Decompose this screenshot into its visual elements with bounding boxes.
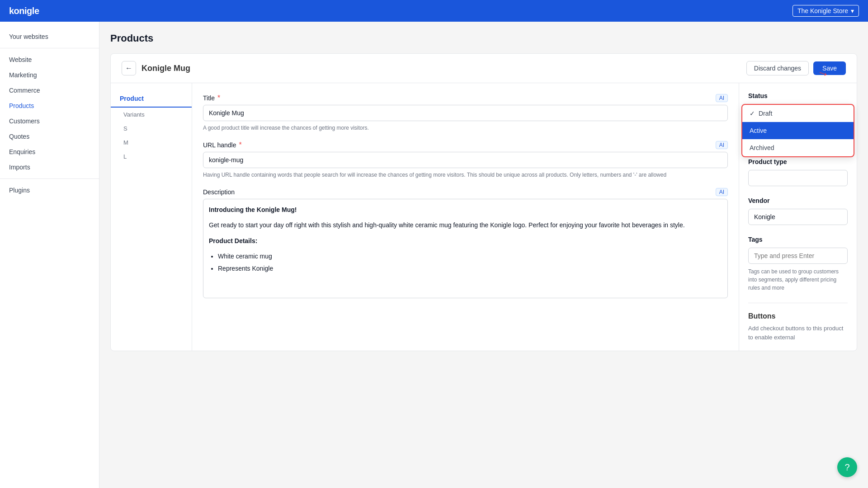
sidebar-item-products[interactable]: Products bbox=[0, 98, 99, 113]
sidebar-item-label: Marketing bbox=[9, 71, 37, 79]
back-arrow-icon: ← bbox=[125, 64, 132, 72]
product-type-section: Product type bbox=[748, 158, 848, 186]
discard-changes-button[interactable]: Discard changes bbox=[746, 61, 809, 75]
sidebar-item-label: Imports bbox=[9, 164, 30, 171]
product-editor-header: ← Konigle Mug Discard changes Save bbox=[111, 54, 857, 83]
sidebar-item-marketing[interactable]: Marketing bbox=[0, 67, 99, 83]
description-editor[interactable]: Introducing the Konigle Mug! Get ready t… bbox=[203, 199, 728, 298]
back-button[interactable]: ← bbox=[122, 61, 136, 75]
sidebar-item-label: Enquiries bbox=[9, 148, 35, 155]
description-field-group: Description AI Introducing the Konigle M… bbox=[203, 188, 728, 298]
check-icon: ✓ bbox=[750, 110, 755, 117]
vendor-section: Vendor bbox=[748, 197, 848, 225]
url-required-indicator: * bbox=[239, 141, 241, 149]
tags-hint: Tags can be used to group customers into… bbox=[748, 267, 848, 292]
status-dropdown: ✓ Draft Active Archived bbox=[741, 104, 854, 157]
title-hint: A good product title will increase the c… bbox=[203, 124, 728, 132]
chevron-down-icon: ▾ bbox=[851, 7, 854, 14]
vendor-input[interactable] bbox=[748, 209, 848, 225]
tags-input[interactable] bbox=[748, 248, 848, 264]
sidebar-item-label: Website bbox=[9, 56, 32, 63]
variant-label: M bbox=[123, 139, 128, 146]
status-option-label: Draft bbox=[759, 110, 772, 117]
main-content: Products ← Konigle Mug Discard changes S… bbox=[99, 22, 868, 488]
status-option-label: Active bbox=[750, 127, 767, 134]
url-label-text: URL handle bbox=[203, 141, 236, 149]
tags-label: Tags bbox=[748, 236, 848, 243]
store-selector[interactable]: The Konigle Store ▾ bbox=[793, 5, 859, 17]
page-title: Products bbox=[110, 33, 857, 44]
description-intro: Introducing the Konigle Mug! bbox=[209, 206, 297, 213]
url-input[interactable] bbox=[203, 152, 728, 168]
sidebar-item-quotes[interactable]: Quotes bbox=[0, 129, 99, 144]
buttons-section: Buttons Add checkout buttons to this pro… bbox=[748, 303, 848, 342]
sidebar-item-enquiries[interactable]: Enquiries bbox=[0, 144, 99, 160]
sidebar-item-customers[interactable]: Customers bbox=[0, 113, 99, 129]
sidebar-item-website[interactable]: Website bbox=[0, 52, 99, 67]
sidebar-item-label: Customers bbox=[9, 117, 40, 125]
help-icon: ? bbox=[844, 462, 849, 473]
sidebar-divider-1 bbox=[0, 48, 99, 48]
editor-center: Title * AI A good product title will inc… bbox=[192, 83, 739, 351]
status-option-archived[interactable]: Archived bbox=[742, 139, 854, 156]
product-editor: ← Konigle Mug Discard changes Save Produ… bbox=[110, 53, 857, 351]
sidebar-item-imports[interactable]: Imports bbox=[0, 160, 99, 175]
status-section: Status ✓ Draft Active Archived bbox=[748, 92, 848, 99]
description-body: Get ready to start your day off right wi… bbox=[209, 220, 722, 230]
sidebar-item-your-websites[interactable]: Your websites bbox=[0, 29, 99, 44]
title-required-indicator: * bbox=[217, 94, 220, 102]
description-details-heading: Product Details: bbox=[209, 237, 257, 244]
status-label: Status bbox=[748, 92, 848, 99]
tab-label: Variants bbox=[123, 111, 145, 118]
status-option-active[interactable]: Active bbox=[742, 122, 854, 139]
sidebar: Your websites Website Marketing Commerce… bbox=[0, 22, 99, 488]
description-bullet-1: White ceramic mug bbox=[218, 251, 722, 261]
title-ai-badge[interactable]: AI bbox=[716, 94, 728, 102]
sidebar-divider-2 bbox=[0, 178, 99, 179]
status-option-label: Archived bbox=[750, 144, 774, 151]
editor-body: Product Variants S M L bbox=[111, 83, 857, 351]
product-name-heading: Konigle Mug bbox=[142, 64, 190, 73]
store-name: The Konigle Store bbox=[797, 7, 848, 14]
tab-label: Product bbox=[120, 95, 144, 102]
description-label: Description AI bbox=[203, 188, 728, 196]
tab-variants-header: Variants bbox=[111, 108, 192, 122]
variant-label: S bbox=[123, 125, 127, 132]
title-label: Title * AI bbox=[203, 94, 728, 102]
vendor-label: Vendor bbox=[748, 197, 848, 204]
sidebar-item-label: Quotes bbox=[9, 133, 29, 140]
description-bullet-2: Represents Konigle bbox=[218, 263, 722, 273]
sidebar-item-plugins[interactable]: Plugins bbox=[0, 183, 99, 198]
buttons-title: Buttons bbox=[748, 312, 848, 320]
sidebar-item-label: Your websites bbox=[9, 33, 48, 40]
product-type-input[interactable] bbox=[748, 170, 848, 186]
top-nav: konigle The Konigle Store ▾ bbox=[0, 0, 868, 22]
app-logo: konigle bbox=[9, 6, 39, 16]
description-label-text: Description bbox=[203, 188, 235, 196]
title-label-text: Title bbox=[203, 94, 215, 102]
editor-right-panel: → Status ✓ Draft Active bbox=[739, 83, 857, 351]
buttons-description: Add checkout buttons to this product to … bbox=[748, 324, 848, 342]
url-hint: Having URL handle containing words that … bbox=[203, 171, 728, 179]
help-button[interactable]: ? bbox=[837, 457, 857, 477]
url-label: URL handle * AI bbox=[203, 141, 728, 149]
status-option-draft[interactable]: ✓ Draft bbox=[742, 105, 854, 122]
url-field-group: URL handle * AI Having URL handle contai… bbox=[203, 141, 728, 179]
variant-l[interactable]: L bbox=[111, 150, 192, 164]
product-type-label: Product type bbox=[748, 158, 848, 165]
sidebar-item-commerce[interactable]: Commerce bbox=[0, 83, 99, 98]
variant-label: L bbox=[123, 153, 127, 160]
editor-tabs: Product Variants S M L bbox=[111, 83, 192, 351]
url-ai-badge[interactable]: AI bbox=[716, 141, 728, 149]
variant-s[interactable]: S bbox=[111, 122, 192, 136]
tags-section: Tags Tags can be used to group customers… bbox=[748, 236, 848, 292]
tab-product[interactable]: Product bbox=[111, 90, 192, 108]
description-ai-badge[interactable]: AI bbox=[716, 188, 728, 196]
title-input[interactable] bbox=[203, 105, 728, 121]
title-field-group: Title * AI A good product title will inc… bbox=[203, 94, 728, 132]
sidebar-item-label: Commerce bbox=[9, 87, 40, 94]
editor-title-area: ← Konigle Mug bbox=[122, 61, 190, 75]
variant-m[interactable]: M bbox=[111, 136, 192, 150]
sidebar-item-label: Products bbox=[9, 102, 34, 109]
sidebar-item-label: Plugins bbox=[9, 187, 30, 194]
